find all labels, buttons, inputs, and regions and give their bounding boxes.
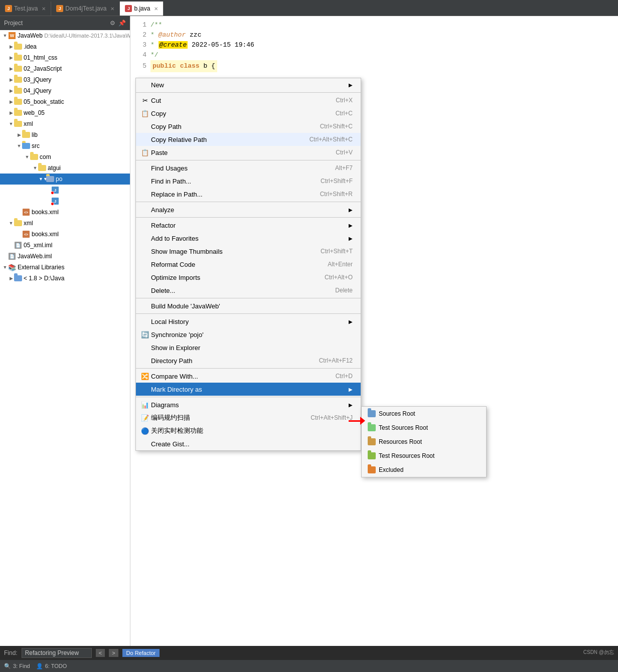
menu-item-code-convention[interactable]: 📝 编码规约扫描 Ctrl+Alt+Shift+J [136,411,361,424]
tree-item-java1[interactable]: J [0,185,130,196]
menu-item-paste[interactable]: 📋 Paste Ctrl+V [136,146,361,159]
tree-item-atgui[interactable]: atgui [0,162,130,174]
tree-icon-javaweb-iml: 📄 [8,252,16,260]
tree-item-javaweb-iml[interactable]: 📄 JavaWeb.iml [0,251,130,262]
menu-label-create-gist: Create Gist... [151,440,353,448]
tree-item-java2[interactable]: J [0,196,130,207]
menu-item-show-explorer[interactable]: Show in Explorer [136,341,361,354]
menu-item-realtime-check[interactable]: 🔵 关闭实时检测功能 [136,424,361,437]
menu-item-add-favorites[interactable]: Add to Favorites ▶ [136,232,361,245]
tree-icon-01html [14,54,22,62]
menu-item-delete[interactable]: Delete... Delete [136,284,361,297]
tree-icon-javaweb: W [8,32,16,40]
tree-item-02js[interactable]: 02_JavaScript [0,63,130,74]
tree-item-pojo[interactable]: ▼ po [0,174,130,185]
tree-arrow-03jquery [8,77,14,83]
tree-label-05book: 05_book_static [24,98,64,105]
find-prev-button[interactable]: < [96,649,105,657]
menu-item-directory-path[interactable]: Directory Path Ctrl+Alt+F12 [136,354,361,367]
menu-item-cut[interactable]: ✂ Cut Ctrl+X [136,94,361,107]
find-tab[interactable]: 🔍 3: Find [4,663,30,669]
tree-item-src[interactable]: src [0,140,130,151]
tree-icon-web05 [14,109,22,117]
menu-item-refactor[interactable]: Refactor ▶ [136,219,361,232]
tree-item-04jquery[interactable]: 04_jQuery [0,85,130,96]
submenu-mark-directory: Sources Root Test Sources Root Resources… [361,406,487,477]
menu-item-copy-relative-path[interactable]: Copy Relative Path Ctrl+Alt+Shift+C [136,133,361,146]
menu-item-image-thumbnails[interactable]: Show Image Thumbnails Ctrl+Shift+T [136,245,361,258]
tree-item-lib[interactable]: lib [0,129,130,140]
tree-item-com[interactable]: com [0,151,130,162]
menu-label-analyze: Analyze [151,206,347,214]
tree-icon-src [22,142,30,150]
code-line-3: 3 * @create 2022-05-15 19:46 [138,40,610,50]
tree-item-05xml-iml[interactable]: 📄 05_xml.iml [0,240,130,251]
menu-item-create-gist[interactable]: Create Gist... [136,437,361,450]
menu-item-copy[interactable]: 📋 Copy Ctrl+C [136,107,361,120]
find-next-button[interactable]: > [109,649,118,657]
sidebar-tool-icon-1[interactable]: ⚙ [110,20,115,27]
tree-item-javaweb[interactable]: W JavaWeb D:\idealU-Ultimate-2017.3.1\Ja… [0,30,130,41]
submenu-item-test-sources-root[interactable]: Test Sources Root [362,421,486,435]
tree-item-xml-inner[interactable]: xml [0,218,130,229]
tree-item-01html[interactable]: 01_html_css [0,52,130,63]
submenu-item-resources-root[interactable]: Resources Root [362,435,486,449]
sidebar-tool-icon-2[interactable]: 📌 [118,20,126,27]
todo-tab[interactable]: 👤 6: TODO [36,663,67,669]
tree-arrow-ext-libs [2,264,8,270]
menu-item-copy-path[interactable]: Copy Path Ctrl+Shift+C [136,120,361,133]
menu-item-find-usages[interactable]: Find Usages Alt+F7 [136,161,361,175]
tree-icon-com [30,153,38,161]
menu-item-build-module[interactable]: Build Module 'JavaWeb' [136,299,361,312]
tab-close-dom4j[interactable]: ✕ [110,6,114,12]
tree-item-books-xml-2[interactable]: <> books.xml [0,229,130,240]
menu-item-replace-in-path[interactable]: Replace in Path... Ctrl+Shift+R [136,188,361,201]
tree-item-ext-libs[interactable]: 📚 External Libraries [0,262,130,273]
tree-arrow-04jquery [8,88,14,94]
tree-icon-books-xml-2: <> [22,230,30,238]
menu-item-new[interactable]: New ▶ [136,78,361,91]
menu-item-analyze[interactable]: Analyze ▶ [136,203,361,216]
tab-close-b-java[interactable]: ✕ [154,6,158,12]
tab-label-dom4j: Dom4jTest.java [65,5,106,12]
menu-item-reformat[interactable]: Reformat Code Alt+Enter [136,258,361,271]
menu-label-compare-with: Compare With... [151,373,328,380]
menu-item-synchronize[interactable]: 🔄 Synchronize 'pojo' [136,328,361,341]
line-num-1: 1 [138,20,150,30]
menu-item-find-in-path[interactable]: Find in Path... Ctrl+Shift+F [136,175,361,188]
menu-item-compare-with[interactable]: 🔀 Compare With... Ctrl+D [136,370,361,383]
tab-test-java[interactable]: J Test.java ✕ [0,2,51,16]
tree-item-xml-outer[interactable]: xml [0,118,130,129]
menu-item-optimize[interactable]: Optimize Imports Ctrl+Alt+O [136,271,361,284]
menu-item-diagrams[interactable]: 📊 Diagrams ▶ [136,398,361,411]
tree-item-idea[interactable]: .idea [0,41,130,52]
tree-item-03jquery[interactable]: 03_jQuery [0,74,130,85]
tree-item-web05[interactable]: web_05 [0,107,130,118]
menu-sep-2 [136,160,361,160]
menu-item-mark-directory[interactable]: Mark Directory as ▶ [136,383,361,396]
submenu-item-sources-root[interactable]: Sources Root [362,407,486,421]
tab-close-test-java[interactable]: ✕ [42,6,46,12]
menu-arrow-local-history: ▶ [349,319,353,324]
submenu-item-test-resources-root[interactable]: Test Resources Root [362,449,486,463]
find-input[interactable] [22,648,92,658]
tree-item-books-xml-1[interactable]: <> books.xml [0,207,130,218]
menu-item-local-history[interactable]: Local History ▶ [136,315,361,328]
tree-label-books-xml-1: books.xml [32,209,59,216]
tree-icon-atgui [38,164,46,172]
submenu-item-excluded[interactable]: Excluded [362,463,486,477]
menu-shortcut-image-thumbnails: Ctrl+Shift+T [321,248,353,255]
tree-arrow-jdk18 [8,275,14,281]
code-text-1: /** [150,20,162,30]
menu-label-find-usages: Find Usages [151,164,327,172]
tab-dom4j[interactable]: J Dom4jTest.java ✕ [51,2,120,16]
tree-label-com: com [40,153,51,160]
do-refactor-button[interactable]: Do Refactor [122,649,160,657]
tree-icon-books-xml-1: <> [22,208,30,216]
find-tab-icon: 🔍 [4,663,11,669]
tab-b-java[interactable]: J b.java ✕ [120,2,164,16]
tree-item-05book[interactable]: 05_book_static [0,96,130,107]
tree-icon-java1: J [51,186,59,194]
tree-item-jdk18[interactable]: < 1.8 > D:\Java [0,273,130,284]
menu-label-code-convention: 编码规约扫描 [151,413,302,422]
